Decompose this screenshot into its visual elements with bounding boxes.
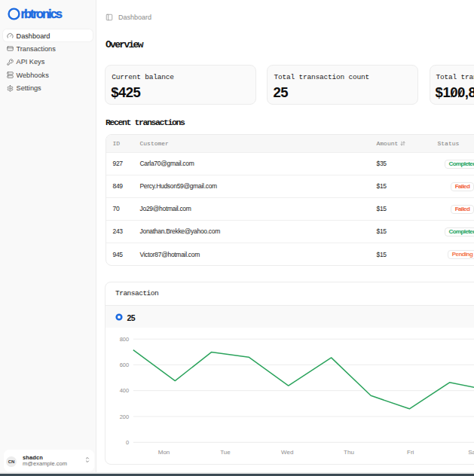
svg-text:200: 200 xyxy=(120,413,130,420)
svg-text:Sat: Sat xyxy=(468,449,474,456)
svg-text:600: 600 xyxy=(120,362,130,368)
svg-text:Fri: Fri xyxy=(407,449,414,456)
svg-text:400: 400 xyxy=(120,388,130,395)
svg-text:0: 0 xyxy=(126,439,129,446)
svg-text:Wed: Wed xyxy=(281,449,293,456)
svg-text:Tue: Tue xyxy=(220,449,231,456)
svg-text:Mon: Mon xyxy=(158,449,170,456)
svg-text:Thu: Thu xyxy=(344,449,354,456)
svg-text:800: 800 xyxy=(120,336,130,343)
